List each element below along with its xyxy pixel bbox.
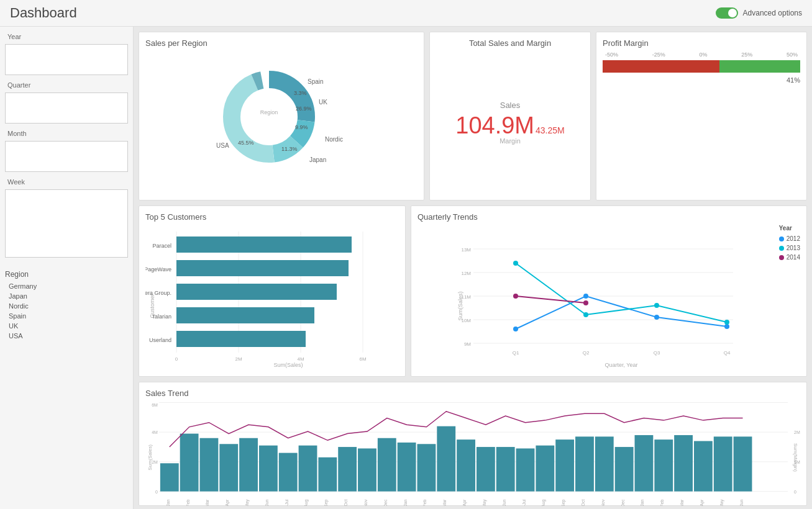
quarter-label: Quarter bbox=[5, 80, 128, 90]
x-axis-label: 2014-Feb bbox=[660, 499, 664, 506]
year-label: Year bbox=[5, 32, 128, 42]
sales-per-region-card: Sales per Region Region bbox=[139, 32, 424, 200]
advanced-options-label: Advanced options bbox=[743, 9, 802, 17]
svg-text:Talarian: Talarian bbox=[152, 313, 171, 320]
trend-bar bbox=[496, 447, 515, 492]
trend-bar bbox=[200, 438, 219, 492]
margin-label: Margin bbox=[500, 137, 521, 145]
trend-bar bbox=[299, 446, 317, 492]
pm-bar-green bbox=[719, 60, 800, 73]
pm-axis: -50% -25% 0% 25% 50% bbox=[603, 52, 800, 58]
filter-month: Month bbox=[5, 128, 128, 172]
trend-bar bbox=[417, 444, 436, 491]
sales-trend-card: Sales Trend Sum(Sales) Sum(Margin) 0 2M … bbox=[139, 382, 807, 506]
trend-bar bbox=[536, 446, 554, 492]
profit-margin-title: Profit Margin bbox=[603, 38, 800, 48]
filter-year: Year bbox=[5, 32, 128, 75]
month-listbox[interactable] bbox=[5, 141, 128, 172]
pm-value: 41% bbox=[603, 76, 800, 84]
pm-axis-n50: -50% bbox=[605, 52, 618, 58]
bar-pagewave bbox=[176, 260, 349, 276]
trend-bar bbox=[378, 438, 396, 492]
svg-text:9.9%: 9.9% bbox=[295, 124, 308, 130]
trend-bar bbox=[239, 438, 258, 492]
advanced-options-toggle[interactable] bbox=[716, 7, 738, 19]
trend-bar bbox=[279, 453, 298, 492]
margin-value: 43.25M bbox=[536, 125, 565, 135]
legend-2014: 2014 bbox=[779, 254, 800, 261]
svg-text:UK: UK bbox=[319, 99, 327, 106]
x-axis-label: 2013-Dec bbox=[621, 499, 625, 506]
trend-bar bbox=[575, 436, 594, 491]
sidebar-region-item[interactable]: Japan bbox=[5, 291, 128, 301]
sidebar-region-item[interactable]: Spain bbox=[5, 311, 128, 321]
profit-margin-card: Profit Margin -50% -25% 0% 25% 50% 41% bbox=[596, 32, 807, 200]
trend-bar bbox=[714, 436, 732, 491]
point-2013-q4 bbox=[724, 320, 729, 325]
pm-axis-50: 50% bbox=[787, 52, 798, 58]
svg-text:0: 0 bbox=[175, 356, 178, 362]
svg-text:4M: 4M bbox=[297, 356, 304, 362]
sales-values: Sales 104.9M 43.25M Margin bbox=[455, 52, 564, 194]
middle-row: Top 5 Customers Customer Sum(Sales) 0 2M… bbox=[139, 205, 807, 377]
pm-bar-red bbox=[603, 60, 719, 73]
svg-text:4M: 4M bbox=[152, 430, 158, 435]
point-2013-q1 bbox=[513, 261, 518, 266]
trend-bar bbox=[180, 434, 199, 492]
point-2014-q1 bbox=[513, 294, 518, 299]
x-axis-label: 2014-Apr bbox=[700, 499, 705, 506]
trend-bar bbox=[615, 447, 634, 492]
x-axis-label: 2012-Jun bbox=[265, 499, 269, 506]
sidebar-region-item[interactable]: USA bbox=[5, 331, 128, 341]
point-2012-q4 bbox=[724, 324, 729, 329]
trend-bar bbox=[358, 448, 376, 491]
svg-text:9M: 9M bbox=[464, 341, 471, 347]
svg-text:11.3%: 11.3% bbox=[281, 146, 298, 152]
svg-text:26.9%: 26.9% bbox=[296, 106, 312, 112]
year-listbox[interactable] bbox=[5, 44, 128, 75]
bar-userland bbox=[176, 331, 306, 347]
quarterly-chart: Sum(Sales) Quarter, Year 9M 10M 11M 12M … bbox=[417, 225, 800, 368]
x-axis-label: 2013-Jul bbox=[522, 499, 526, 506]
quarter-listbox[interactable] bbox=[5, 92, 128, 124]
line-2014 bbox=[516, 296, 586, 303]
week-label: Week bbox=[5, 177, 128, 187]
svg-text:Paracel: Paracel bbox=[152, 243, 171, 249]
point-2012-q1 bbox=[513, 327, 518, 331]
x-axis-label: 2013-Jan bbox=[403, 499, 408, 506]
sales-trend-title: Sales Trend bbox=[145, 389, 800, 398]
sidebar-region-item[interactable]: UK bbox=[5, 321, 128, 331]
svg-text:Q1: Q1 bbox=[513, 350, 519, 356]
region-list: GermanyJapanNordicSpainUKUSA bbox=[5, 281, 128, 341]
trend-bar bbox=[674, 435, 693, 492]
trend-bar bbox=[259, 446, 278, 492]
sidebar-region-item[interactable]: Nordic bbox=[5, 301, 128, 311]
month-label: Month bbox=[5, 128, 128, 138]
week-listbox[interactable] bbox=[5, 189, 128, 258]
x-axis-label: 2013-Nov bbox=[601, 499, 605, 506]
x-axis-label: 2014-Jan bbox=[640, 499, 644, 506]
x-axis-label: 2012-Aug bbox=[304, 499, 309, 506]
trend-bar bbox=[457, 439, 475, 492]
top-row: Sales per Region Region bbox=[139, 32, 807, 200]
region-section: Region GermanyJapanNordicSpainUKUSA bbox=[5, 268, 128, 341]
x-axis-label: 2012-Jul bbox=[285, 499, 289, 506]
x-axis-label: 2014-Mar bbox=[680, 499, 684, 506]
svg-text:Nordic: Nordic bbox=[325, 136, 343, 143]
legend-year-title: Year bbox=[779, 225, 800, 232]
bar-deakperera bbox=[176, 284, 337, 300]
svg-point-6 bbox=[242, 89, 296, 144]
trend-bar bbox=[654, 439, 673, 492]
donut-chart: Region bbox=[201, 45, 362, 182]
svg-text:PageWave: PageWave bbox=[145, 266, 171, 273]
x-axis-label: 2013-Sep bbox=[561, 499, 566, 506]
svg-text:Sum(Sales): Sum(Sales) bbox=[147, 444, 153, 471]
pm-axis-0: 0% bbox=[699, 52, 707, 58]
sidebar-region-item[interactable]: Germany bbox=[5, 281, 128, 291]
point-2013-q3 bbox=[654, 303, 659, 308]
sales-label: Sales bbox=[500, 101, 521, 110]
svg-text:45.5%: 45.5% bbox=[238, 140, 254, 146]
svg-text:Sum(Sales): Sum(Sales) bbox=[273, 362, 303, 368]
svg-text:0: 0 bbox=[155, 490, 158, 494]
x-axis-label: 2012-Nov bbox=[363, 499, 368, 506]
